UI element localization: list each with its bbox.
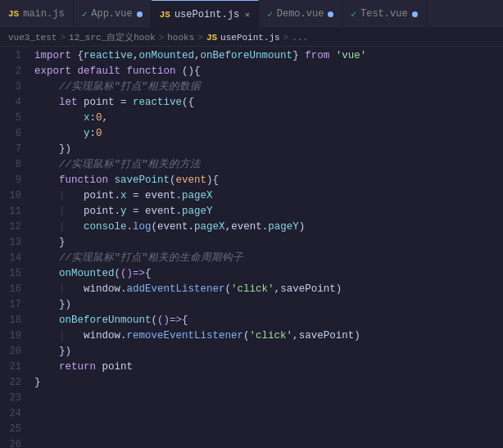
breadcrumb-part: vue3_test — [8, 33, 57, 43]
vue-icon: ✓ — [82, 9, 88, 20]
breadcrumb-part: 12_src_自定义hook — [69, 31, 156, 43]
code-line-21: onBeforeUnmount(()=>{ — [34, 313, 503, 328]
code-line-9: //实现鼠标"打点"相关的方法 — [34, 157, 503, 173]
js-icon: JS — [160, 10, 170, 20]
line-number: 15 — [0, 266, 31, 282]
code-line-16: //实现鼠标"打点"相关的生命周期钩子 — [34, 251, 503, 266]
line-number: 12 — [0, 219, 31, 235]
line-number: 21 — [0, 360, 31, 375]
vue-icon: ✓ — [267, 9, 273, 20]
line-number: 24 — [0, 406, 31, 422]
tab-label: main.js — [23, 8, 64, 20]
line-number: 22 — [0, 375, 31, 391]
code-line-18: | window.addEventListener('click',savePo… — [34, 282, 503, 297]
breadcrumb-filename: usePoint.js — [220, 33, 280, 43]
code-line-2: export default function (){ — [34, 64, 503, 79]
breadcrumb-sep: > — [159, 33, 165, 43]
tab-label: App.vue — [91, 8, 132, 20]
modified-indicator — [137, 11, 143, 17]
line-number: 17 — [0, 297, 31, 313]
code-line-23: }) — [34, 344, 503, 360]
code-line-22: | window.removeEventListener('click',sav… — [34, 328, 503, 344]
breadcrumb-ellipsis: ... — [292, 33, 308, 43]
breadcrumb-part: hooks — [167, 33, 194, 43]
code-line-26: } — [34, 375, 503, 391]
code-line-4: let point = reactive({ — [34, 95, 503, 111]
vue-icon: ✓ — [351, 9, 356, 20]
tab-main-js[interactable]: JS main.js — [0, 0, 74, 28]
tab-bar: JS main.js ✓ App.vue JS usePoint.js ✕ ✓ … — [0, 0, 503, 29]
code-line-3: //实现鼠标"打点"相关的数据 — [34, 79, 503, 95]
modified-indicator — [412, 11, 418, 17]
code-line-7: }) — [34, 142, 503, 157]
line-number: 10 — [0, 188, 31, 204]
line-number: 13 — [0, 235, 31, 251]
tab-close-button[interactable]: ✕ — [245, 10, 250, 20]
tab-label: usePoint.js — [174, 9, 239, 20]
line-number: 1 — [0, 48, 31, 64]
line-number: 16 — [0, 282, 31, 297]
breadcrumb: vue3_test > 12_src_自定义hook > hooks > JS … — [0, 29, 503, 47]
line-number: 19 — [0, 328, 31, 344]
code-line-19: }) — [34, 297, 503, 313]
line-number: 9 — [0, 173, 31, 188]
line-number: 20 — [0, 344, 31, 360]
breadcrumb-sep: > — [283, 33, 289, 43]
code-line-10: function savePoint(event){ — [34, 173, 503, 188]
line-number: 7 — [0, 142, 31, 157]
code-line-14: } — [34, 235, 503, 251]
js-icon: JS — [8, 9, 19, 19]
line-number: 5 — [0, 111, 31, 126]
tab-test-vue[interactable]: ✓ Test.vue — [342, 0, 426, 28]
tab-demo-vue[interactable]: ✓ Demo.vue — [259, 0, 342, 28]
code-line-12: | point.y = event.pageY — [34, 204, 503, 219]
editor: 1 2 3 4 5 6 7 8 9 10 11 12 13 14 15 16 1… — [0, 47, 503, 448]
code-line-25: return point — [34, 360, 503, 375]
tab-usepoint-js[interactable]: JS usePoint.js ✕ — [152, 0, 259, 28]
code-line-13: | console.log(event.pageX,event.pageY) — [34, 219, 503, 235]
code-line-1: import {reactive,onMounted,onBeforeUnmou… — [34, 48, 503, 64]
code-line-11: | point.x = event.pageX — [34, 188, 503, 204]
line-number: 11 — [0, 204, 31, 219]
breadcrumb-sep: > — [60, 33, 66, 43]
line-number: 18 — [0, 313, 31, 328]
line-numbers: 1 2 3 4 5 6 7 8 9 10 11 12 13 14 15 16 1… — [0, 47, 31, 448]
line-number: 25 — [0, 422, 31, 437]
line-number: 26 — [0, 437, 31, 448]
code-area[interactable]: import {reactive,onMounted,onBeforeUnmou… — [31, 47, 503, 448]
code-line-5: x:0, — [34, 111, 503, 126]
tab-label: Test.vue — [360, 8, 408, 20]
modified-indicator — [328, 11, 333, 17]
line-number: 8 — [0, 157, 31, 173]
tab-label: Demo.vue — [277, 8, 324, 20]
code-line-6: y:0 — [34, 126, 503, 142]
line-number: 3 — [0, 79, 31, 95]
line-number: 4 — [0, 95, 31, 111]
code-line-17: onMounted(()=>{ — [34, 266, 503, 282]
line-number: 6 — [0, 126, 31, 142]
line-number: 2 — [0, 64, 31, 79]
line-number: 23 — [0, 391, 31, 406]
line-number: 14 — [0, 251, 31, 266]
tab-app-vue[interactable]: ✓ App.vue — [74, 0, 152, 28]
breadcrumb-js-label: JS — [206, 33, 217, 43]
breadcrumb-sep: > — [197, 33, 203, 43]
